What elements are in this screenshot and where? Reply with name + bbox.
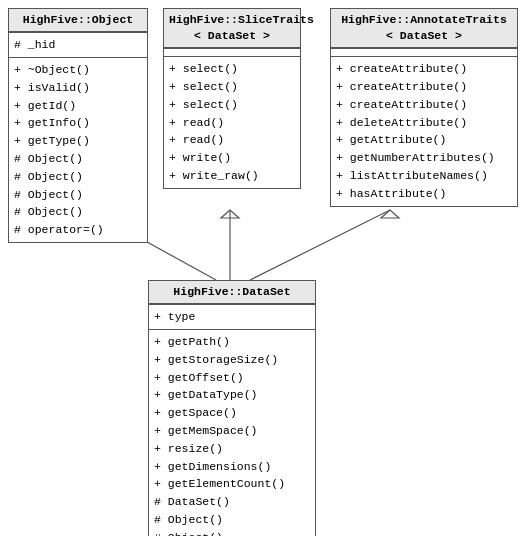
slicetraits-title1: HighFive::SliceTraits <box>169 13 314 26</box>
dataset-m2: + getStorageSize() <box>154 351 310 369</box>
slicetraits-section2: + select() + select() + select() + read(… <box>164 56 300 188</box>
slicetraits-m2: + select() <box>169 78 295 96</box>
slicetraits-m7: + write_raw() <box>169 167 295 185</box>
dataset-m5: + getSpace() <box>154 404 310 422</box>
annotatetraits-m3: + createAttribute() <box>336 96 512 114</box>
annotatetraits-title1: HighFive::AnnotateTraits <box>341 13 507 26</box>
object-header: HighFive::Object <box>9 9 147 32</box>
annotatetraits-header: HighFive::AnnotateTraits < DataSet > <box>331 9 517 48</box>
dataset-m4: + getDataType() <box>154 386 310 404</box>
slicetraits-m5: + read() <box>169 131 295 149</box>
annotatetraits-box: HighFive::AnnotateTraits < DataSet > + c… <box>330 8 518 207</box>
annotatetraits-m8: + hasAttribute() <box>336 185 512 203</box>
slicetraits-header: HighFive::SliceTraits < DataSet > <box>164 9 300 48</box>
object-m6: # Object() <box>14 150 142 168</box>
dataset-m6: + getMemSpace() <box>154 422 310 440</box>
svg-marker-5 <box>381 210 399 218</box>
object-title: HighFive::Object <box>23 13 133 26</box>
object-box: HighFive::Object # _hid + ~Object() + is… <box>8 8 148 243</box>
svg-marker-3 <box>221 210 239 218</box>
annotatetraits-title2: < DataSet > <box>386 29 462 42</box>
dataset-section2: + getPath() + getStorageSize() + getOffs… <box>149 329 315 536</box>
object-m7: # Object() <box>14 168 142 186</box>
annotatetraits-m5: + getAttribute() <box>336 131 512 149</box>
svg-line-4 <box>250 210 390 280</box>
annotatetraits-m6: + getNumberAttributes() <box>336 149 512 167</box>
object-hid: # _hid <box>14 36 142 54</box>
annotatetraits-m7: + listAttributeNames() <box>336 167 512 185</box>
slicetraits-m6: + write() <box>169 149 295 167</box>
object-m10: # operator=() <box>14 221 142 239</box>
annotatetraits-m1: + createAttribute() <box>336 60 512 78</box>
object-m8: # Object() <box>14 186 142 204</box>
annotatetraits-m4: + deleteAttribute() <box>336 114 512 132</box>
dataset-m8: + getDimensions() <box>154 458 310 476</box>
slicetraits-title2: < DataSet > <box>194 29 270 42</box>
object-section1: # _hid <box>9 32 147 57</box>
object-m2: + isValid() <box>14 79 142 97</box>
dataset-type: + type <box>154 308 310 326</box>
dataset-m7: + resize() <box>154 440 310 458</box>
object-m9: # Object() <box>14 203 142 221</box>
dataset-box: HighFive::DataSet + type + getPath() + g… <box>148 280 316 536</box>
slicetraits-box: HighFive::SliceTraits < DataSet > + sele… <box>163 8 301 189</box>
object-section2: + ~Object() + isValid() + getId() + getI… <box>9 57 147 242</box>
slicetraits-m3: + select() <box>169 96 295 114</box>
dataset-m10: # DataSet() <box>154 493 310 511</box>
object-m5: + getType() <box>14 132 142 150</box>
object-m3: + getId() <box>14 97 142 115</box>
annotatetraits-section2: + createAttribute() + createAttribute() … <box>331 56 517 206</box>
annotatetraits-section1 <box>331 48 517 56</box>
slicetraits-m1: + select() <box>169 60 295 78</box>
dataset-header: HighFive::DataSet <box>149 281 315 304</box>
dataset-title: HighFive::DataSet <box>173 285 290 298</box>
dataset-m9: + getElementCount() <box>154 475 310 493</box>
dataset-m3: + getOffset() <box>154 369 310 387</box>
object-m1: + ~Object() <box>14 61 142 79</box>
slicetraits-m4: + read() <box>169 114 295 132</box>
annotatetraits-m2: + createAttribute() <box>336 78 512 96</box>
dataset-m1: + getPath() <box>154 333 310 351</box>
dataset-m12: # Object() <box>154 529 310 536</box>
object-m4: + getInfo() <box>14 114 142 132</box>
slicetraits-section1 <box>164 48 300 56</box>
diagram-container: HighFive::Object # _hid + ~Object() + is… <box>0 0 525 536</box>
dataset-m11: # Object() <box>154 511 310 529</box>
dataset-section1: + type <box>149 304 315 329</box>
